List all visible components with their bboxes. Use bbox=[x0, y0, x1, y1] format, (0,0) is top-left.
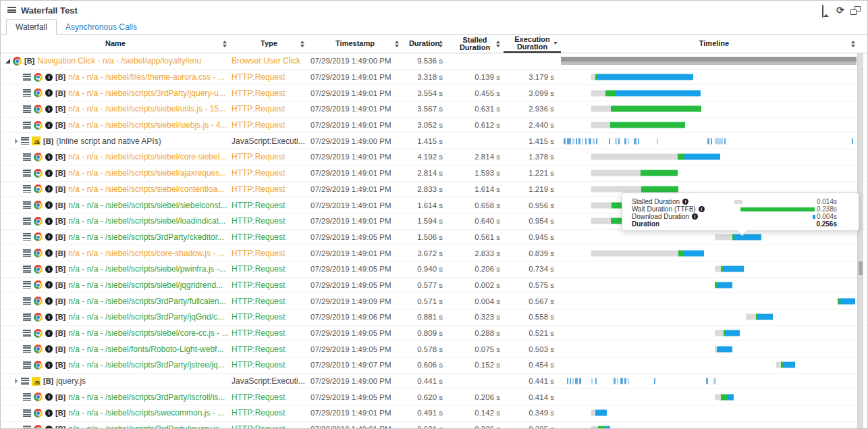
timeline-bar-green[interactable] bbox=[611, 106, 701, 112]
timeline-bar-green[interactable] bbox=[598, 426, 606, 428]
table-row[interactable]: i[B]n/a - n/a - /siebel/scripts/core-sha… bbox=[1, 245, 867, 261]
info-icon[interactable]: i bbox=[45, 153, 53, 161]
timeline-cell[interactable] bbox=[561, 133, 867, 149]
vertical-scrollbar[interactable] bbox=[857, 53, 863, 428]
row-menu-icon[interactable] bbox=[23, 297, 31, 305]
info-icon[interactable]: i bbox=[45, 426, 53, 428]
table-row[interactable]: i[B]n/a - n/a - /siebel/scripts/3rdParty… bbox=[1, 293, 867, 309]
sort-icon[interactable] bbox=[851, 41, 855, 47]
row-menu-icon[interactable] bbox=[23, 409, 31, 417]
timeline-bar-green[interactable] bbox=[721, 394, 727, 400]
request-name[interactable]: n/a - n/a - /siebel/scripts/siebel/conte… bbox=[68, 184, 224, 194]
collapse-caret-icon[interactable] bbox=[15, 138, 18, 144]
timeline-bar-green[interactable] bbox=[678, 250, 684, 256]
timeline-bar-green[interactable] bbox=[641, 170, 678, 176]
info-icon[interactable]: i bbox=[45, 297, 53, 305]
column-header-timestamp[interactable]: Timestamp bbox=[308, 35, 402, 53]
row-menu-icon[interactable] bbox=[23, 330, 31, 337]
timeline-bar-green[interactable] bbox=[610, 122, 685, 128]
timeline-cell[interactable] bbox=[561, 293, 867, 309]
timeline-bar-gray[interactable] bbox=[591, 218, 611, 224]
timeline-bar-dark[interactable] bbox=[561, 57, 857, 65]
request-name[interactable]: Navigation Click - n/a - /siebel/app/loy… bbox=[37, 56, 201, 66]
info-icon[interactable]: i bbox=[45, 170, 53, 177]
export-image-icon[interactable] bbox=[822, 5, 832, 15]
timeline-bar-gray[interactable] bbox=[715, 266, 721, 272]
timeline-cell[interactable] bbox=[561, 149, 867, 165]
table-row[interactable]: i[B]n/a - n/a - /siebel/scripts/siebel/s… bbox=[1, 118, 867, 134]
request-name[interactable]: n/a - n/a - /siebel/scripts/3rdParty/jqu… bbox=[68, 424, 225, 428]
tab-waterfall[interactable]: Waterfall bbox=[6, 19, 57, 35]
sort-icon[interactable] bbox=[395, 41, 399, 47]
timeline-bar-blue[interactable] bbox=[758, 314, 773, 320]
table-row[interactable]: i[B]n/a - n/a - /siebel/fonts/Roboto-Lig… bbox=[1, 341, 867, 357]
request-name[interactable]: n/a - n/a - /siebel/scripts/core-shadow.… bbox=[68, 249, 224, 258]
info-icon[interactable]: i bbox=[692, 213, 698, 220]
timeline-bar-gray[interactable] bbox=[591, 186, 641, 192]
table-row[interactable]: i[B]n/a - n/a - /siebel/scripts/siebel/u… bbox=[1, 101, 867, 118]
column-header-type[interactable]: Type bbox=[230, 35, 308, 53]
timeline-bar-gray[interactable] bbox=[591, 122, 610, 128]
info-icon[interactable]: i bbox=[699, 206, 705, 212]
timeline-bar-blue[interactable] bbox=[724, 266, 744, 272]
info-icon[interactable]: i bbox=[45, 361, 53, 369]
timeline-cell[interactable] bbox=[561, 309, 867, 325]
column-header-duration[interactable]: Duration bbox=[402, 35, 446, 53]
request-name[interactable]: n/a - n/a - /siebel/scripts/siebel/core-… bbox=[68, 328, 228, 338]
row-menu-icon[interactable] bbox=[23, 105, 31, 113]
timeline-bar-gray[interactable] bbox=[591, 202, 612, 208]
collapse-caret-icon[interactable] bbox=[15, 378, 18, 384]
timeline-bar-blue[interactable] bbox=[595, 410, 607, 416]
info-icon[interactable]: i bbox=[45, 281, 53, 288]
timeline-bar-green[interactable] bbox=[678, 154, 684, 160]
request-name[interactable]: n/a - n/a - /siebel/fonts/Roboto-Light-w… bbox=[68, 345, 223, 354]
timeline-cell[interactable] bbox=[561, 118, 867, 133]
scrollbar-thumb[interactable] bbox=[859, 261, 863, 275]
timeline-cell[interactable] bbox=[561, 230, 867, 245]
table-row[interactable]: i[B]n/a - n/a - /siebel/scripts/3rdParty… bbox=[1, 309, 867, 326]
table-row[interactable]: i[B]n/a - n/a - /siebel/files/theme-auro… bbox=[1, 70, 867, 86]
timeline-bar-gray[interactable] bbox=[715, 234, 732, 240]
sort-desc-icon[interactable] bbox=[553, 42, 558, 45]
info-icon[interactable]: i bbox=[45, 330, 53, 337]
table-row[interactable]: [B]Navigation Click - n/a - /siebel/app/… bbox=[1, 53, 867, 70]
timeline-bar-blue[interactable] bbox=[717, 282, 732, 288]
info-icon[interactable]: i bbox=[45, 345, 53, 353]
info-icon[interactable]: i bbox=[45, 249, 53, 257]
row-menu-icon[interactable] bbox=[23, 185, 31, 193]
timeline-cell[interactable] bbox=[561, 326, 867, 341]
request-name[interactable]: n/a - n/a - /siebel/scripts/swecommon.js… bbox=[68, 408, 224, 418]
table-row[interactable]: i[B]n/a - n/a - /siebel/scripts/swecommo… bbox=[1, 405, 867, 422]
timeline-cell[interactable] bbox=[561, 101, 867, 117]
timeline-cell[interactable] bbox=[561, 405, 867, 421]
table-row[interactable]: i[B]n/a - n/a - /siebel/scripts/siebel/p… bbox=[1, 261, 867, 278]
row-menu-icon[interactable] bbox=[23, 153, 31, 161]
request-name[interactable]: n/a - n/a - /siebel/scripts/siebel/pwinf… bbox=[68, 264, 225, 274]
refresh-icon[interactable]: ⟳ bbox=[836, 5, 846, 15]
timeline-cell[interactable] bbox=[561, 166, 867, 181]
table-row[interactable]: JS[B]jquery.jsJavaScript:Executi...07/29… bbox=[1, 374, 867, 390]
table-row[interactable]: i[B]n/a - n/a - /siebel/scripts/3rdParty… bbox=[1, 357, 867, 374]
row-menu-icon[interactable] bbox=[23, 281, 31, 288]
row-menu-icon[interactable] bbox=[23, 393, 31, 401]
info-icon[interactable]: i bbox=[45, 74, 53, 81]
info-icon[interactable]: i bbox=[682, 199, 688, 205]
row-menu-icon[interactable] bbox=[23, 249, 31, 257]
timeline-bar-blue[interactable] bbox=[684, 154, 720, 160]
timeline-bar-blue[interactable] bbox=[783, 362, 795, 368]
table-row[interactable]: i[B]n/a - n/a - /siebel/scripts/siebel/a… bbox=[1, 166, 867, 182]
request-name[interactable]: n/a - n/a - /siebel/scripts/3rdParty/jst… bbox=[68, 360, 224, 370]
timeline-bar-green[interactable] bbox=[641, 186, 678, 192]
row-menu-icon[interactable] bbox=[21, 137, 29, 145]
sort-icon[interactable] bbox=[223, 41, 227, 47]
timeline-bar-gray[interactable] bbox=[591, 250, 678, 256]
info-icon[interactable]: i bbox=[45, 201, 53, 209]
timeline-cell[interactable] bbox=[561, 278, 867, 293]
row-menu-icon[interactable] bbox=[23, 74, 31, 81]
column-header-name[interactable]: Name bbox=[1, 35, 230, 53]
row-menu-icon[interactable] bbox=[23, 266, 31, 273]
request-name[interactable]: n/a - n/a - /siebel/scripts/siebel/siebj… bbox=[68, 120, 227, 130]
request-name[interactable]: n/a - n/a - /siebel/scripts/siebel/siebe… bbox=[68, 201, 227, 210]
request-name[interactable]: n/a - n/a - /siebel/scripts/3rdParty/ful… bbox=[68, 297, 225, 306]
timeline-cell[interactable] bbox=[561, 245, 867, 261]
